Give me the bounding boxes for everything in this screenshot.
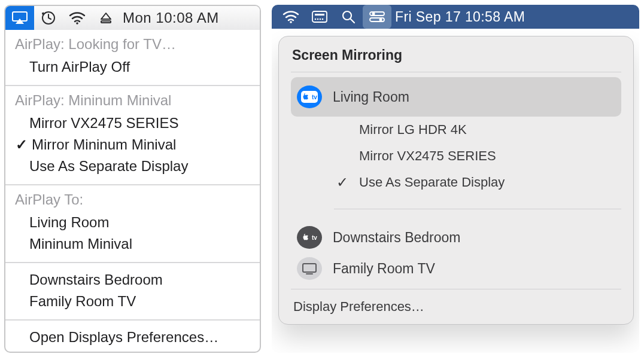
mirroring-target-label: Family Room TV [333,261,435,277]
mirroring-target-downstairs-bedroom[interactable]: tv Downstairs Bedroom [291,222,621,253]
display-grey-icon [297,257,322,280]
appletv-dark-icon: tv [297,226,322,249]
airplay-family-room-tv[interactable]: Family Room TV [15,291,250,312]
mirror-lg-hdr-4k[interactable]: Mirror LG HDR 4K [334,117,621,143]
use-separate-display[interactable]: Use As Separate Display [15,155,250,177]
svg-point-2 [76,22,78,25]
menubar-right: Fri Sep 17 10:58 AM [272,5,639,29]
checkmark-icon: ✓ [334,174,351,191]
legacy-airplay-panel: Mon 10:08 AM AirPlay: Looking for TV… Tu… [4,5,261,353]
svg-point-10 [322,19,324,20]
svg-rect-6 [315,14,324,16]
screen-mirroring-popover: Screen Mirroring tv Living Room Mirror L… [278,36,634,325]
divider [334,209,621,209]
divider [291,289,621,289]
svg-point-8 [317,19,319,20]
airplay-icon[interactable] [5,6,34,30]
timemachine-icon[interactable] [34,6,63,30]
open-displays-preferences[interactable]: Open Displays Preferences… [15,327,250,348]
bigsur-screen-mirroring-panel: Fri Sep 17 10:58 AM Screen Mirroring tv … [272,5,639,353]
turn-airplay-off[interactable]: Turn AirPlay Off [15,56,250,78]
svg-point-16 [379,19,382,22]
use-as-separate-display[interactable]: ✓Use As Separate Display [334,169,621,196]
mirror-vx2475-series[interactable]: Mirror VX2475 SERIES [334,143,621,169]
airplay-menu: AirPlay: Looking for TV… Turn AirPlay Of… [5,30,260,353]
airplay-header-current: AirPlay: Mininum Minival [15,92,250,109]
eject-icon[interactable] [92,6,120,30]
mirror-mininum[interactable]: ✓Mirror Mininum Minival [15,134,250,155]
control-center-icon[interactable] [363,5,391,29]
svg-text:tv: tv [312,234,317,241]
popover-title: Screen Mirroring [292,47,621,63]
mirroring-target-living-room[interactable]: tv Living Room [291,77,621,117]
appletv-blue-icon: tv [297,86,322,108]
menubar-clock-right[interactable]: Fri Sep 17 10:58 AM [395,9,525,25]
svg-point-9 [320,19,321,20]
airplay-to-header: AirPlay To: [15,191,250,208]
keyboard-input-icon[interactable] [305,5,334,29]
svg-line-12 [351,19,354,23]
airplay-to-mininum[interactable]: Mininum Minival [15,233,250,255]
svg-rect-20 [303,264,316,272]
mirror-vx2475[interactable]: Mirror VX2475 SERIES [15,112,250,134]
mirroring-target-label: Downstairs Bedroom [333,230,460,246]
airplay-downstairs-bedroom[interactable]: Downstairs Bedroom [15,269,250,291]
display-preferences-link[interactable]: Display Preferences… [291,294,621,315]
checkmark-icon: ✓ [15,136,28,153]
divider [291,72,621,72]
svg-point-7 [315,19,317,20]
wifi-icon[interactable] [277,5,305,29]
svg-rect-5 [312,11,327,22]
svg-rect-3 [101,21,111,23]
menubar-left: Mon 10:08 AM [5,6,260,30]
airplay-to-living-room[interactable]: Living Room [15,212,250,233]
mirroring-target-label: Living Room [333,89,409,105]
wifi-icon[interactable] [63,6,92,30]
spotlight-icon[interactable] [334,5,363,29]
svg-point-14 [372,13,375,16]
svg-text:tv: tv [312,94,317,100]
menubar-clock-left[interactable]: Mon 10:08 AM [123,10,219,26]
svg-point-11 [343,11,351,20]
mirroring-target-family-room-tv[interactable]: Family Room TV [291,253,621,284]
svg-point-4 [290,21,292,23]
airplay-header-looking: AirPlay: Looking for TV… [15,36,250,53]
